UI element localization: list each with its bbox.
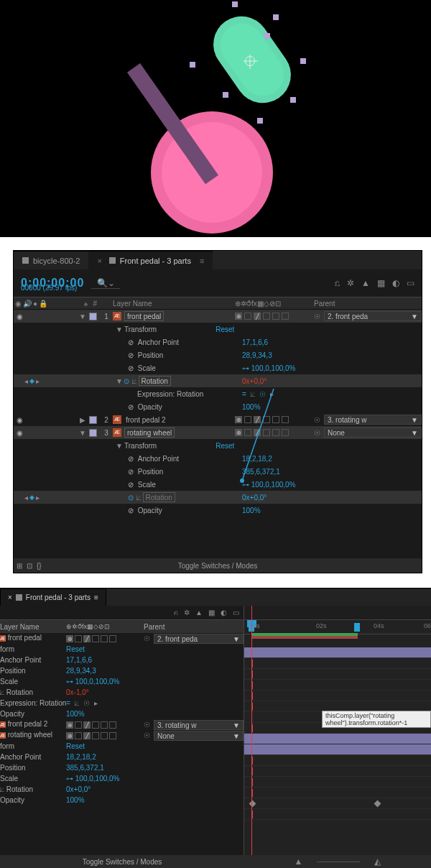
layer-color-icon[interactable] (89, 416, 97, 424)
opacity-prop-3[interactable]: ⊘ Opacity 100% (14, 504, 422, 517)
work-area-end[interactable] (354, 623, 360, 632)
layer-color-icon[interactable] (89, 313, 97, 320)
stopwatch-icon[interactable]: ⊘ (127, 403, 134, 410)
expression-language-icon[interactable]: ▸ (270, 390, 274, 398)
layer-bar-1[interactable] (244, 647, 431, 658)
prev-keyframe-icon[interactable]: ◂ (24, 377, 28, 385)
track-expression[interactable]: thisComp.layer("rotating wheel").transfo… (244, 712, 431, 723)
panel-menu-icon[interactable]: ≡ (200, 257, 204, 265)
stopwatch-icon[interactable]: ⊙ (123, 377, 130, 384)
transform-handle[interactable] (257, 118, 263, 124)
comp-flowchart-icon[interactable]: ⎌ (174, 609, 178, 617)
visibility-toggle[interactable]: ◉ (15, 429, 24, 437)
track[interactable] (244, 723, 431, 734)
pickwhip-icon[interactable]: ☉ (144, 721, 151, 729)
toggle-switches-button[interactable]: Toggle Switches / Modes (83, 858, 162, 866)
layer-row-2[interactable]: ◉ ▶ 2 Æfront pedal 2 ⊕╱ ☉3. rotating w▼ (14, 413, 422, 426)
transform-handle[interactable] (232, 1, 238, 7)
reset-link[interactable]: Reset (216, 326, 234, 333)
track[interactable] (244, 766, 431, 777)
parent-dropdown[interactable]: 3. rotating w▼ (154, 720, 244, 730)
transform-handle[interactable] (223, 92, 228, 98)
stopwatch-icon[interactable]: ⊘ (127, 481, 134, 488)
pickwhip-icon[interactable]: ☉ (144, 634, 151, 642)
opacity-prop-3[interactable]: Opacity100% (0, 795, 244, 805)
tab-front-pedal[interactable]: × Front pedal - 3 parts ≡ (88, 251, 213, 269)
scale-prop-3[interactable]: Scale⊶ 100,0,100,0% (0, 773, 244, 784)
transform-handle[interactable] (290, 97, 296, 103)
next-keyframe-icon[interactable]: ▸ (36, 377, 40, 385)
parent-dropdown[interactable]: 2. front peda▼ (154, 634, 244, 644)
property-name[interactable]: Rotation (139, 376, 171, 386)
keyframe-icon[interactable]: ◆ (29, 377, 34, 384)
timeline-tracks[interactable]: 0s 02s 04s 06s thisComp.layer("rotating … (244, 606, 431, 868)
track[interactable] (244, 788, 431, 798)
parent-dropdown[interactable]: 3. rotating w▼ (324, 415, 422, 425)
stopwatch-icon[interactable]: ⊘ (127, 364, 134, 371)
twirl-down-icon[interactable]: ▼ (79, 313, 86, 320)
form-prop-3[interactable]: formReset (0, 741, 244, 752)
property-name[interactable]: Rotation (143, 492, 175, 502)
track[interactable] (244, 680, 431, 691)
track-rotation-3[interactable] (244, 798, 431, 809)
track[interactable] (244, 809, 431, 820)
twirl-down-icon[interactable]: ▼ (79, 429, 86, 437)
expression-graph-icon[interactable]: ⟀ (251, 390, 255, 398)
toggle-modes-icon[interactable]: ⊡ (27, 562, 32, 570)
visibility-toggle[interactable]: ◉ (15, 416, 24, 424)
stopwatch-icon[interactable]: ⊘ (127, 468, 134, 475)
composition-preview[interactable] (0, 0, 431, 237)
layer-name[interactable]: front pedal 2 (124, 416, 166, 424)
scale-prop-3[interactable]: ⊘ Scale ⊶ 100,0,100,0% (14, 478, 422, 491)
transform-handle[interactable] (264, 33, 270, 39)
twirl-right-icon[interactable]: ▶ (79, 416, 86, 424)
stopwatch-icon[interactable]: ⊘ (127, 507, 134, 514)
anchor-point-prop[interactable]: ⊘ Anchor Point 17,1,6,6 (14, 336, 422, 348)
link-icon[interactable]: ⊶ (242, 364, 249, 372)
graph-icon[interactable]: ⟀ (132, 377, 136, 385)
search-input[interactable]: 🔍⌄ (91, 278, 120, 289)
panel-menu-icon[interactable]: ≡ (94, 594, 98, 601)
transform-handle[interactable] (273, 14, 279, 20)
stopwatch-icon[interactable]: ⊘ (127, 455, 134, 462)
transform-handle[interactable] (300, 58, 306, 64)
track[interactable] (244, 658, 431, 669)
graph-icon[interactable]: ⟀ (136, 494, 141, 502)
layer-bar-3[interactable] (244, 744, 431, 755)
frame-blend-icon[interactable]: ▦ (208, 609, 215, 617)
pickwhip-icon[interactable]: ☉ (314, 416, 321, 424)
pickwhip-icon[interactable]: ☉ (314, 429, 321, 437)
toggle-switches-icon[interactable]: ⊞ (17, 562, 22, 570)
hide-shy-icon[interactable]: ▲ (195, 609, 203, 617)
comp-flowchart-icon[interactable]: ⎌ (335, 278, 340, 288)
track[interactable] (244, 691, 431, 701)
track[interactable] (244, 669, 431, 680)
layer-name[interactable]: rotating wheel (124, 428, 175, 438)
zoom-out-icon[interactable]: ▲ (295, 857, 303, 867)
prev-keyframe-icon[interactable]: ◂ (24, 494, 28, 502)
expression-pickwhip-icon[interactable]: ☉ (259, 390, 266, 398)
transform-group[interactable]: ▼Transform Reset (14, 323, 422, 336)
anchor-point-prop[interactable]: Anchor Point17,1,6,6 (0, 655, 244, 665)
graph-editor-icon[interactable]: ▭ (233, 609, 239, 617)
tab-bicycle[interactable]: bicycle-800-2 (14, 251, 88, 269)
stopwatch-icon[interactable]: ⊘ (127, 338, 134, 346)
track[interactable] (244, 777, 431, 788)
pickwhip-icon[interactable]: ☉ (314, 313, 321, 320)
layer-color-icon[interactable] (89, 429, 97, 437)
draft3d-icon[interactable]: ✲ (347, 278, 354, 288)
stopwatch-icon[interactable]: ⊙ (127, 494, 134, 501)
anchor-point-icon[interactable] (245, 56, 255, 66)
position-prop[interactable]: ⊘ Position 28,9,34,3 (14, 348, 422, 361)
scale-prop[interactable]: ⊘ Scale ⊶ 100,0,100,0% (14, 361, 422, 374)
close-tab-icon[interactable]: × (97, 257, 101, 265)
layer-row-1[interactable]: Æ front pedal ⊕╱ ☉2. front peda▼ (0, 633, 244, 644)
layer-name[interactable]: front pedal (124, 311, 164, 321)
keyframe-diamond[interactable] (374, 800, 381, 808)
layer-row-3[interactable]: ◉ ▼ 3 Ærotating wheel ⊕╱ ☉None▼ (14, 426, 422, 439)
transform-group-3[interactable]: ▼Transform Reset (14, 439, 422, 452)
opacity-prop[interactable]: ⊘ Opacity 100% (14, 400, 422, 413)
graph-editor-icon[interactable]: ▭ (407, 278, 414, 288)
keyframe-diamond[interactable] (249, 800, 256, 808)
layer-row-2[interactable]: Æ front pedal 2 ⊕╱ ☉3. rotating w▼ (0, 719, 244, 730)
